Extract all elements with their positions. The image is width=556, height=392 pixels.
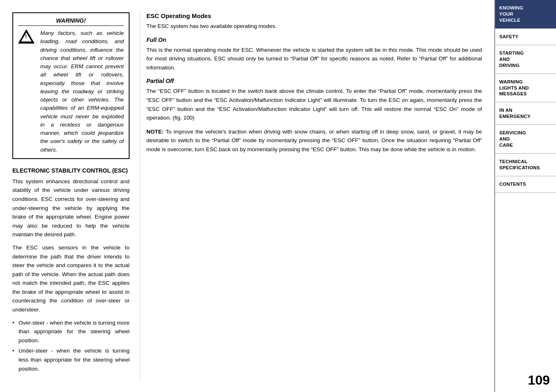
- esc-para2: The ESC uses sensors in the vehicle to d…: [12, 243, 130, 314]
- esc-para1: This system enhances directional control…: [12, 177, 130, 239]
- esc-bullet2: Under-steer - when the vehicle is turnin…: [12, 346, 130, 373]
- warning-box: WARNING! ! Many factors, such as vehicle…: [12, 12, 130, 159]
- sidebar-bottom: 109: [495, 193, 556, 392]
- sidebar-item-contents[interactable]: CONTENTS: [495, 176, 556, 193]
- note-label: NOTE:: [146, 129, 164, 135]
- sidebar-items: KNOWING YOUR VEHICLESAFETYSTARTING AND D…: [495, 0, 556, 193]
- sidebar-item-starting-and-driving[interactable]: STARTING AND DRIVING: [495, 45, 556, 74]
- warning-title: WARNING!: [18, 17, 124, 26]
- sidebar-item-warning-lights[interactable]: WARNING LIGHTS AND MESSAGES: [495, 74, 556, 103]
- note-text: NOTE: To improve the vehicle's traction …: [146, 127, 482, 154]
- sidebar-item-knowing-your-vehicle[interactable]: KNOWING YOUR VEHICLE: [495, 0, 556, 29]
- esc-section-heading: ELECTRONIC STABILITY CONTROL (ESC): [12, 167, 130, 174]
- partial-off-text: The “ESC OFF” button is located in the s…: [146, 87, 482, 122]
- warning-text: Many factors, such as vehicle loading, r…: [40, 29, 124, 154]
- full-on-heading: Full On: [146, 37, 482, 43]
- full-on-text: This is the normal operating mode for ES…: [146, 46, 482, 72]
- sidebar-item-safety[interactable]: SAFETY: [495, 29, 556, 45]
- sidebar: KNOWING YOUR VEHICLESAFETYSTARTING AND D…: [494, 0, 556, 392]
- partial-off-heading: Partial Off: [146, 78, 482, 84]
- note-body: To improve the vehicle's traction when d…: [146, 129, 482, 152]
- right-column: ESC Operating Modes The ESC system has t…: [140, 12, 482, 380]
- esc-modes-intro: The ESC system has two available operati…: [146, 22, 482, 31]
- warning-icon: !: [18, 29, 35, 45]
- left-column: WARNING! ! Many factors, such as vehicle…: [12, 12, 140, 380]
- esc-modes-heading: ESC Operating Modes: [146, 12, 482, 19]
- main-content: WARNING! ! Many factors, such as vehicle…: [0, 0, 494, 392]
- sidebar-item-technical-specs[interactable]: TECHNICAL SPECIFICATIONS: [495, 154, 556, 176]
- sidebar-item-in-an-emergency[interactable]: IN AN EMERGENCY: [495, 102, 556, 125]
- warning-body: ! Many factors, such as vehicle loading,…: [18, 29, 124, 154]
- sidebar-item-servicing[interactable]: SERVICING AND CARE: [495, 125, 556, 154]
- esc-bullet1: Over-steer - when the vehicle is turning…: [12, 318, 130, 345]
- page-number: 109: [495, 369, 556, 392]
